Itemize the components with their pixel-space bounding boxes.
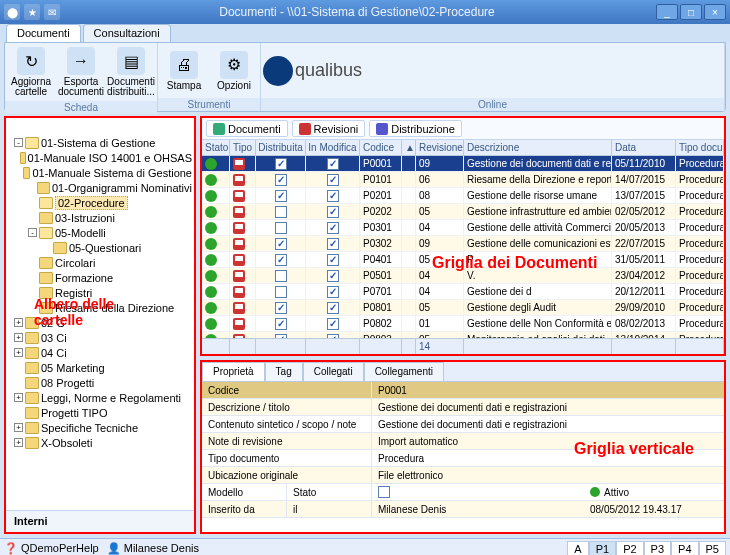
grid-tab-revisioni[interactable]: Revisioni: [292, 120, 366, 137]
properties-box: Proprietà Tag Collegati Collegamenti Cod…: [200, 360, 726, 534]
status-page-P2[interactable]: P2: [616, 541, 643, 556]
prop-tab-proprieta[interactable]: Proprietà: [202, 362, 265, 381]
ribbon-btn-g2-0[interactable]: 🖨Stampa: [160, 45, 208, 96]
prop-row: Descrizione / titoloGestione dei documen…: [202, 399, 724, 416]
tree-item[interactable]: Registri: [8, 285, 192, 300]
qualibus-label: qualibus: [295, 60, 362, 81]
tree-item[interactable]: +03 Ci: [8, 330, 192, 345]
table-row[interactable]: ✓✓P000109Gestione dei documenti dati e r…: [202, 156, 724, 172]
prop-row: ModelloStatoAttivo: [202, 484, 724, 501]
prop-row: Ubicazione originaleFile elettronico: [202, 467, 724, 484]
table-row[interactable]: ✓✓P080105Gestione degli Audit29/09/2010P…: [202, 300, 724, 316]
qualibus-logo-icon[interactable]: [263, 56, 293, 86]
status-page-P5[interactable]: P5: [699, 541, 726, 556]
prop-tab-collegamenti[interactable]: Collegamenti: [364, 362, 444, 381]
tree-item[interactable]: +02 G: [8, 315, 192, 330]
close-button[interactable]: ×: [704, 4, 726, 20]
app-icon: ⬤: [4, 4, 20, 20]
status-page-P4[interactable]: P4: [671, 541, 698, 556]
minimize-button[interactable]: _: [656, 4, 678, 20]
main-tab-documenti[interactable]: Documenti: [6, 24, 81, 42]
prop-row: CodiceP0001: [202, 382, 724, 399]
tree-item[interactable]: 05-Questionari: [8, 240, 192, 255]
prop-tab-collegati[interactable]: Collegati: [303, 362, 364, 381]
tree-item[interactable]: Circolari: [8, 255, 192, 270]
main-tab-strip: Documenti Consultazioni: [0, 24, 730, 42]
tree-item[interactable]: 05 Marketing: [8, 360, 192, 375]
tree-item[interactable]: -01-Sistema di Gestione: [8, 135, 192, 150]
grid-header-row: Stato Tipo Distribuita In Modifica Codic…: [202, 140, 724, 156]
status-help[interactable]: ❓ QDemoPerHelp: [4, 542, 99, 555]
prop-row: Note di revisioneImport automatico: [202, 433, 724, 450]
tree-item[interactable]: +Specifiche Tecniche: [8, 420, 192, 435]
table-row[interactable]: ✓✓P040105P31/05/2011Procedura: [202, 252, 724, 268]
grid-footer-count: 14: [416, 339, 464, 354]
tree-item[interactable]: +X-Obsoleti: [8, 435, 192, 450]
quick-star-icon[interactable]: ★: [24, 4, 40, 20]
titlebar: ⬤ ★ ✉ Documenti - \\01-Sistema di Gestio…: [0, 0, 730, 24]
table-row[interactable]: ✓✓P020108Gestione delle risorse umane13/…: [202, 188, 724, 204]
ribbon-group-scheda-label: Scheda: [5, 101, 157, 114]
tree-item[interactable]: +Leggi, Norme e Regolamenti: [8, 390, 192, 405]
tree-item[interactable]: 01-Organigrammi Nominativi: [8, 180, 192, 195]
table-row[interactable]: ✓✓P030209Gestione delle comunicazioni es…: [202, 236, 724, 252]
main-tab-consultazioni[interactable]: Consultazioni: [83, 24, 171, 42]
table-row[interactable]: ✓P030104Gestione delle attività Commerci…: [202, 220, 724, 236]
tree-root[interactable]: [8, 120, 192, 135]
tree-item[interactable]: 01-Manuale ISO 14001 e OHSAS: [8, 150, 192, 165]
grid-tab-distribuzione[interactable]: Distribuzione: [369, 120, 462, 137]
table-row[interactable]: ✓✓P080201Gestione delle Non Conformità e…: [202, 316, 724, 332]
ribbon: ↻Aggiornacartelle→Esportadocumenti▤Docum…: [4, 42, 726, 112]
folder-tree-pane: -01-Sistema di Gestione01-Manuale ISO 14…: [4, 116, 196, 534]
prop-tab-tag[interactable]: Tag: [265, 362, 303, 381]
ribbon-btn-g1-2[interactable]: ▤Documentidistribuiti...: [107, 45, 155, 99]
table-row[interactable]: ✓P020205Gestione infrastrutture ed ambie…: [202, 204, 724, 220]
ribbon-btn-g2-1[interactable]: ⚙Opzioni: [210, 45, 258, 96]
prop-row: Inserito dailMilanese Denis08/05/2012 19…: [202, 501, 724, 518]
statusbar: ❓ QDemoPerHelp 👤 Milanese Denis AP1P2P3P…: [0, 538, 730, 555]
status-page-P3[interactable]: P3: [644, 541, 671, 556]
grid-tab-documenti[interactable]: Documenti: [206, 120, 288, 137]
prop-row: Tipo documentoProcedura: [202, 450, 724, 467]
status-page-P1[interactable]: P1: [589, 541, 616, 556]
tree-item[interactable]: Progetti TIPO: [8, 405, 192, 420]
tree-item[interactable]: -05-Modelli: [8, 225, 192, 240]
prop-row: Contenuto sintetico / scopo / noteGestio…: [202, 416, 724, 433]
tree-item[interactable]: 08 Progetti: [8, 375, 192, 390]
quick-mail-icon[interactable]: ✉: [44, 4, 60, 20]
ribbon-btn-g1-1[interactable]: →Esportadocumenti: [57, 45, 105, 99]
ribbon-group-strumenti-label: Strumenti: [158, 98, 260, 111]
window-title: Documenti - \\01-Sistema di Gestione\02-…: [60, 5, 654, 19]
tree-footer-interni[interactable]: Interni: [6, 510, 194, 532]
tree-item[interactable]: Riesame della Direzione: [8, 300, 192, 315]
tree-item[interactable]: 03-Istruzioni: [8, 210, 192, 225]
ribbon-group-online-label: Online: [261, 98, 724, 111]
tree-item[interactable]: 02-Procedure: [8, 195, 192, 210]
table-row[interactable]: ✓P070104Gestione dei d20/12/2011Procedur…: [202, 284, 724, 300]
documents-grid-box: Documenti Revisioni Distribuzione Stato …: [200, 116, 726, 356]
ribbon-btn-g1-0[interactable]: ↻Aggiornacartelle: [7, 45, 55, 99]
tree-item[interactable]: +04 Ci: [8, 345, 192, 360]
status-page-A[interactable]: A: [567, 541, 588, 556]
status-user: 👤 Milanese Denis: [107, 542, 199, 555]
table-row[interactable]: ✓P050104V.23/04/2012Procedura: [202, 268, 724, 284]
table-row[interactable]: ✓✓P010106Riesame della Direzione e repor…: [202, 172, 724, 188]
tree-item[interactable]: 01-Manuale Sistema di Gestione: [8, 165, 192, 180]
tree-item[interactable]: Formazione: [8, 270, 192, 285]
maximize-button[interactable]: □: [680, 4, 702, 20]
